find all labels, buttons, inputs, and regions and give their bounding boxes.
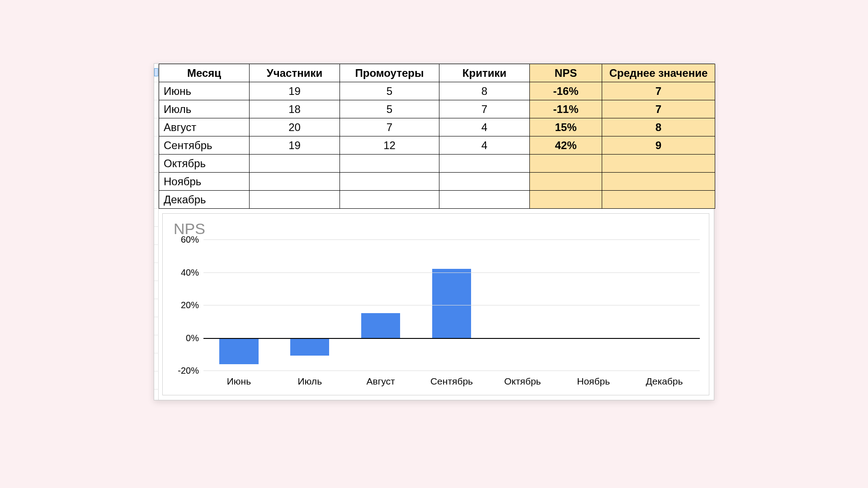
- spreadsheet-panel: Месяц Участники Промоутеры Критики NPS С…: [154, 63, 714, 400]
- cell-month[interactable]: Декабрь: [159, 191, 250, 209]
- col-header-avg[interactable]: Среднее значение: [602, 64, 715, 82]
- cell-participants[interactable]: 19: [250, 136, 340, 155]
- cell-month[interactable]: Август: [159, 118, 250, 136]
- col-header-promoters[interactable]: Промоутеры: [340, 64, 439, 82]
- cell-nps[interactable]: [530, 191, 602, 209]
- chart-y-tick-label: -20%: [172, 366, 199, 376]
- cell-month[interactable]: Июль: [159, 100, 250, 118]
- chart-bars: [203, 239, 700, 389]
- cell-avg[interactable]: [602, 155, 715, 173]
- chart-x-tick-label: Сентябрь: [430, 376, 473, 387]
- cell-avg[interactable]: [602, 191, 715, 209]
- cell-promoters[interactable]: [340, 155, 439, 173]
- cell-promoters[interactable]: [340, 173, 439, 191]
- cell-nps[interactable]: [530, 155, 602, 173]
- cell-participants[interactable]: [250, 191, 340, 209]
- cell-nps[interactable]: 15%: [530, 118, 602, 136]
- chart-x-tick-label: Август: [367, 376, 395, 387]
- cell-month[interactable]: Ноябрь: [159, 173, 250, 191]
- cell-critics[interactable]: 4: [439, 136, 530, 155]
- cell-critics[interactable]: [439, 173, 530, 191]
- chart-plot-area: -20%0%20%40%60%ИюньИюльАвгустСентябрьОкт…: [203, 239, 700, 389]
- col-header-critics[interactable]: Критики: [439, 64, 530, 82]
- cell-participants[interactable]: 18: [250, 100, 340, 118]
- chart-bar: [361, 313, 400, 338]
- table-row[interactable]: Сентябрь1912442%9: [159, 136, 715, 155]
- chart-title: NPS: [174, 220, 700, 238]
- chart-x-tick-label: Октябрь: [504, 376, 541, 387]
- table-row[interactable]: Декабрь: [159, 191, 715, 209]
- chart-gridline: [203, 305, 700, 305]
- cell-avg[interactable]: [602, 173, 715, 191]
- chart-x-tick-label: Июнь: [227, 376, 251, 387]
- table-row[interactable]: Август207415%8: [159, 118, 715, 136]
- cell-promoters[interactable]: 5: [340, 82, 439, 100]
- chart-bar: [290, 338, 329, 356]
- cell-month[interactable]: Июнь: [159, 82, 250, 100]
- cell-nps[interactable]: -16%: [530, 82, 602, 100]
- cell-critics[interactable]: [439, 155, 530, 173]
- cell-promoters[interactable]: 7: [340, 118, 439, 136]
- cell-nps[interactable]: -11%: [530, 100, 602, 118]
- chart-gridline: [203, 371, 700, 371]
- cell-critics[interactable]: [439, 191, 530, 209]
- cell-promoters[interactable]: [340, 191, 439, 209]
- table-row[interactable]: Июнь1958-16%7: [159, 82, 715, 100]
- cell-month[interactable]: Сентябрь: [159, 136, 250, 155]
- cell-avg[interactable]: 7: [602, 100, 715, 118]
- chart-x-tick-label: Декабрь: [646, 376, 683, 387]
- cell-avg[interactable]: 9: [602, 136, 715, 155]
- selected-row-indicator: [154, 68, 158, 76]
- chart-y-tick-label: 40%: [172, 267, 199, 277]
- cell-participants[interactable]: [250, 155, 340, 173]
- cell-critics[interactable]: 4: [439, 118, 530, 136]
- chart-gridline: [203, 272, 700, 273]
- cell-avg[interactable]: 8: [602, 118, 715, 136]
- cell-participants[interactable]: 20: [250, 118, 340, 136]
- nps-chart: NPS -20%0%20%40%60%ИюньИюльАвгустСентябр…: [162, 213, 709, 395]
- chart-y-tick-label: 20%: [172, 300, 199, 310]
- chart-bar: [432, 269, 471, 338]
- cell-avg[interactable]: 7: [602, 82, 715, 100]
- table-header-row: Месяц Участники Промоутеры Критики NPS С…: [159, 64, 715, 82]
- cell-promoters[interactable]: 12: [340, 136, 439, 155]
- cell-nps[interactable]: [530, 173, 602, 191]
- col-header-month[interactable]: Месяц: [159, 64, 250, 82]
- nps-table: Месяц Участники Промоутеры Критики NPS С…: [159, 64, 715, 209]
- chart-x-tick-label: Ноябрь: [577, 376, 610, 387]
- col-header-participants[interactable]: Участники: [250, 64, 340, 82]
- cell-nps[interactable]: 42%: [530, 136, 602, 155]
- cell-month[interactable]: Октябрь: [159, 155, 250, 173]
- cell-participants[interactable]: [250, 173, 340, 191]
- table-row[interactable]: Июль1857-11%7: [159, 100, 715, 118]
- row-header-strip: [154, 64, 159, 400]
- table-row[interactable]: Ноябрь: [159, 173, 715, 191]
- chart-bar: [219, 338, 258, 364]
- cell-promoters[interactable]: 5: [340, 100, 439, 118]
- cell-critics[interactable]: 7: [439, 100, 530, 118]
- chart-gridline: [203, 239, 700, 240]
- table-row[interactable]: Октябрь: [159, 155, 715, 173]
- chart-y-tick-label: 60%: [172, 235, 199, 245]
- chart-gridline: [203, 338, 700, 339]
- cell-critics[interactable]: 8: [439, 82, 530, 100]
- chart-y-tick-label: 0%: [172, 333, 199, 343]
- chart-x-tick-label: Июль: [297, 376, 322, 387]
- col-header-nps[interactable]: NPS: [530, 64, 602, 82]
- cell-participants[interactable]: 19: [250, 82, 340, 100]
